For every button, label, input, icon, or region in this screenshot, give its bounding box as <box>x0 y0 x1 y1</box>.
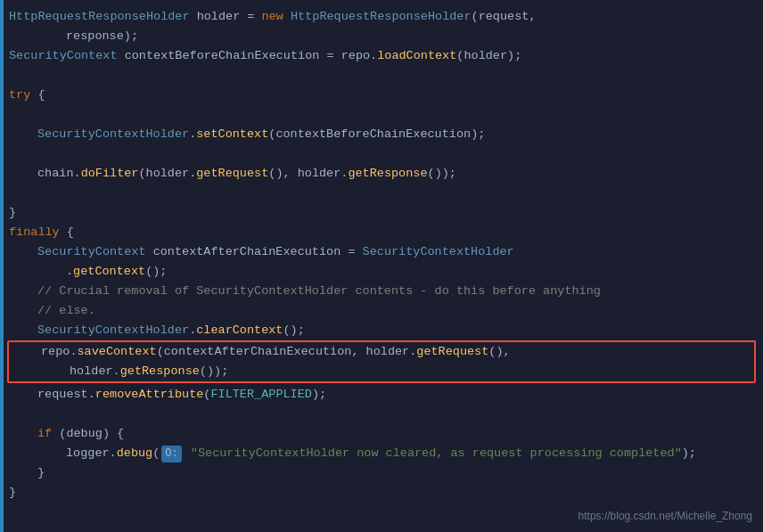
code-line: request.removeAttribute(FILTER_APPLIED); <box>0 385 763 405</box>
code-line: // else. <box>0 301 763 321</box>
code-line: } <box>0 463 763 483</box>
code-line: holder.getResponse()); <box>9 362 754 381</box>
code-line: response); <box>0 27 763 46</box>
code-editor: HttpRequestResponseHolder holder = new H… <box>0 0 763 532</box>
code-line: logger.debug(O: "SecurityContextHolder n… <box>0 444 763 463</box>
code-line: SecurityContextHolder.setContext(context… <box>0 125 763 144</box>
code-line <box>0 184 763 203</box>
code-line: try { <box>0 86 763 105</box>
watermark: https://blog.csdn.net/Michelle_Zhong <box>578 508 752 525</box>
code-line: finally { <box>0 223 763 242</box>
code-line: SecurityContextHolder.clearContext(); <box>0 321 763 340</box>
code-line <box>0 66 763 86</box>
code-line <box>0 405 763 424</box>
code-line: HttpRequestResponseHolder holder = new H… <box>0 7 763 27</box>
code-line: .getContext(); <box>0 262 763 282</box>
code-line: if (debug) { <box>0 424 763 444</box>
debug-badge: O: <box>161 446 181 462</box>
highlight-box: repo.saveContext(contextAfterChainExecut… <box>7 340 756 383</box>
code-line: // Crucial removal of SecurityContextHol… <box>0 282 763 301</box>
code-line: } <box>0 483 763 503</box>
code-line <box>0 144 763 164</box>
left-border-accent <box>0 0 4 532</box>
code-line: SecurityContext contextAfterChainExecuti… <box>0 242 763 262</box>
code-line: } <box>0 203 763 223</box>
code-line: repo.saveContext(contextAfterChainExecut… <box>9 342 754 362</box>
code-line: chain.doFilter(holder.getRequest(), hold… <box>0 164 763 184</box>
code-line: SecurityContext contextBeforeChainExecut… <box>0 46 763 66</box>
code-line <box>0 105 763 125</box>
